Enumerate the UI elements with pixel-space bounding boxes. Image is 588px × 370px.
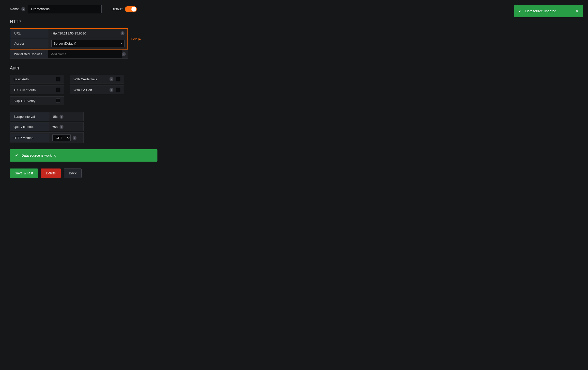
name-label: Name (10, 7, 19, 11)
scrape-interval-info-icon[interactable]: i (60, 115, 63, 119)
help-arrow-icon: ▶ (139, 37, 141, 41)
status-check-icon: ✓ (15, 153, 18, 158)
auth-tls-client-row: TLS Client Auth (10, 85, 64, 94)
http-section: HTTP URL i Access Server (Default) Brows (10, 19, 578, 59)
with-credentials-checkbox[interactable] (116, 77, 120, 81)
query-timeout-label: Query timeout (10, 122, 49, 131)
url-input[interactable] (51, 32, 119, 35)
url-access-with-help: URL i Access Server (Default) Browser (10, 28, 578, 50)
auth-with-ca-cert-row: With CA Cert i (70, 85, 124, 94)
auth-section-title: Auth (10, 66, 578, 71)
default-toggle[interactable] (125, 6, 137, 12)
basic-auth-label: Basic Auth (14, 77, 53, 81)
http-method-info-icon[interactable]: i (73, 136, 77, 140)
access-row: Access Server (Default) Browser (10, 38, 127, 49)
auth-skip-tls-row: Skip TLS Verify (10, 96, 64, 105)
with-credentials-info-icon[interactable]: i (109, 77, 113, 81)
auth-with-credentials-row: With Credentials i (70, 75, 124, 84)
http-fields-box: URL i Access Server (Default) Browser (10, 28, 128, 50)
whitelisted-info-icon[interactable]: i (122, 52, 126, 56)
url-label: URL (10, 29, 48, 38)
toast-message: Datasource updated (525, 9, 572, 13)
query-timeout-row: Query timeout 60s i (10, 122, 84, 131)
skip-tls-verify-label: Skip TLS Verify (14, 99, 53, 103)
http-method-row: HTTP Method GET POST i (10, 132, 84, 143)
top-bar: Name i Default (10, 5, 578, 13)
skip-tls-verify-checkbox[interactable] (56, 99, 60, 103)
button-row: Save & Test Delete Back (10, 168, 578, 178)
whitelisted-label: Whitelisted Cookies (10, 50, 48, 58)
url-row: URL i (10, 29, 127, 38)
with-credentials-label: With Credentials (74, 77, 107, 81)
scrape-interval-label: Scrape interval (10, 112, 49, 121)
name-field: Name i (10, 5, 102, 13)
whitelisted-row: Whitelisted Cookies i (10, 50, 128, 59)
query-timeout-info-icon[interactable]: i (60, 125, 63, 129)
basic-auth-checkbox[interactable] (56, 77, 60, 81)
with-ca-cert-checkbox[interactable] (116, 88, 120, 92)
auth-basic-auth-row: Basic Auth (10, 75, 64, 84)
toast-notification: ✓ Datasource updated ✕ (514, 5, 583, 17)
status-banner: ✓ Data source is working (10, 149, 157, 162)
http-method-select[interactable]: GET POST (52, 135, 71, 141)
scrape-interval-row: Scrape interval 15s i (10, 112, 84, 121)
help-label: Help (131, 37, 138, 41)
default-label: Default (111, 7, 122, 11)
delete-button[interactable]: Delete (41, 168, 61, 178)
default-toggle-container: Default (111, 6, 137, 12)
toast-close-button[interactable]: ✕ (575, 8, 579, 14)
access-label: Access (10, 39, 48, 48)
tls-client-auth-label: TLS Client Auth (14, 88, 53, 92)
http-method-label: HTTP Method (10, 134, 49, 142)
query-timeout-text: 60s (52, 125, 58, 129)
name-input[interactable] (28, 5, 102, 13)
name-info-icon[interactable]: i (21, 7, 25, 11)
whitelisted-input[interactable] (48, 50, 122, 58)
http-method-value: GET POST i (49, 133, 79, 143)
url-info-icon[interactable]: i (121, 31, 124, 35)
scrape-section: Scrape interval 15s i Query timeout 60s … (10, 112, 578, 143)
access-select-wrapper: Server (Default) Browser (51, 40, 124, 47)
auth-section: Auth Basic Auth With Credentials i TLS C… (10, 66, 578, 105)
scrape-interval-text: 15s (52, 115, 58, 118)
auth-grid: Basic Auth With Credentials i TLS Client… (10, 75, 124, 105)
http-section-title: HTTP (10, 19, 578, 24)
status-text: Data source is working (21, 153, 56, 157)
access-select-container: Server (Default) Browser (48, 38, 127, 49)
query-timeout-value: 60s i (49, 123, 66, 131)
with-ca-cert-label: With CA Cert (74, 88, 107, 92)
with-ca-cert-info-icon[interactable]: i (109, 88, 113, 92)
scrape-interval-value: 15s i (49, 113, 66, 121)
url-field-value: i (48, 29, 127, 38)
save-test-button[interactable]: Save & Test (10, 168, 38, 178)
help-link[interactable]: Help ▶ (131, 37, 141, 41)
toast-check-icon: ✓ (519, 8, 522, 14)
back-button[interactable]: Back (64, 168, 82, 178)
access-select[interactable]: Server (Default) Browser (51, 40, 124, 47)
tls-client-auth-checkbox[interactable] (56, 88, 60, 92)
